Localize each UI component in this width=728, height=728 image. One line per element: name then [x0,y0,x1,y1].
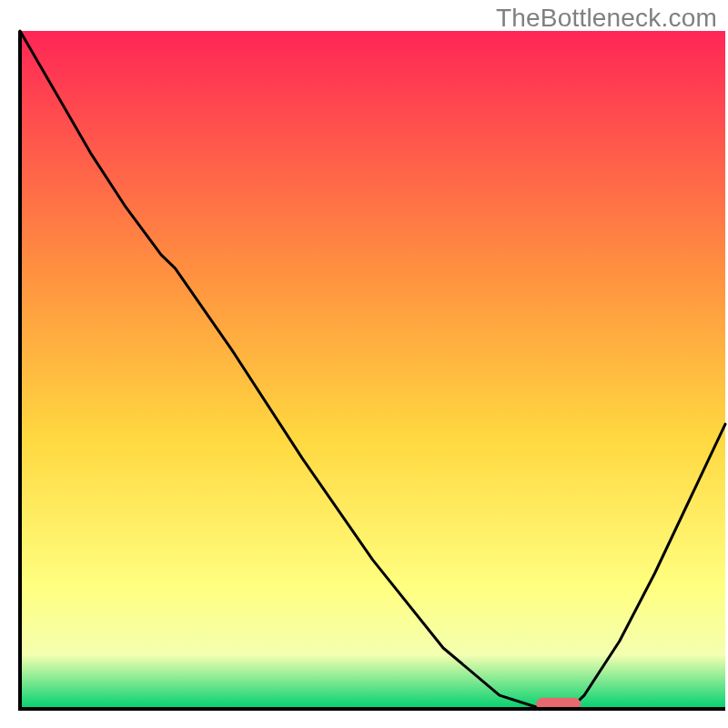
gradient-background [20,31,725,709]
chart-svg [0,0,728,728]
chart-canvas: TheBottleneck.com [0,0,728,728]
watermark-text: TheBottleneck.com [496,4,717,33]
